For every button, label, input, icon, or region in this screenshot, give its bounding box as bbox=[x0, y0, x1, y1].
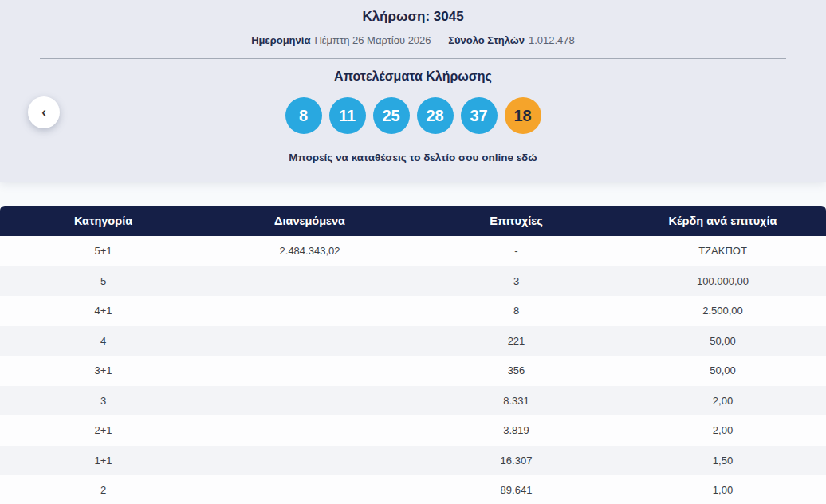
winning-number-ball: 25 bbox=[373, 97, 410, 134]
table-cell-winners: 221 bbox=[413, 335, 620, 347]
total-columns: Σύνολο Στηλών1.012.478 bbox=[448, 34, 575, 46]
prize-table-header: ΚατηγορίαΔιανεμόμεναΕπιτυχίεςΚέρδη ανά ε… bbox=[0, 206, 826, 236]
prize-table-column-header: Διανεμόμενα bbox=[206, 215, 413, 227]
table-cell-winners: 16.307 bbox=[413, 455, 620, 467]
table-cell-prize: 100.000,00 bbox=[620, 275, 826, 287]
table-cell-winners: - bbox=[413, 245, 620, 257]
draw-date-value: Πέμπτη 26 Μαρτίου 2026 bbox=[314, 34, 431, 46]
table-cell-prize: 50,00 bbox=[620, 364, 826, 376]
table-cell-category: 3 bbox=[0, 395, 206, 407]
divider bbox=[40, 58, 786, 59]
table-cell-category: 2 bbox=[0, 484, 206, 496]
prize-table-column-header: Επιτυχίες bbox=[413, 215, 620, 227]
submit-online-link[interactable]: Μπορείς να καταθέσεις το δελτίο σου onli… bbox=[289, 152, 537, 163]
table-cell-prize: 2,00 bbox=[620, 424, 826, 436]
results-heading: Αποτελέσματα Κλήρωσης bbox=[0, 69, 826, 84]
winning-number-ball: 11 bbox=[329, 97, 366, 134]
draw-meta: ΗμερομηνίαΠέμπτη 26 Μαρτίου 2026 Σύνολο … bbox=[0, 34, 826, 46]
draw-date: ΗμερομηνίαΠέμπτη 26 Μαρτίου 2026 bbox=[251, 34, 431, 46]
prize-table-column-header: Κατηγορία bbox=[0, 215, 206, 227]
table-cell-winners: 89.641 bbox=[413, 484, 620, 496]
total-columns-label: Σύνολο Στηλών bbox=[448, 34, 525, 46]
table-cell-prize: 1,50 bbox=[620, 455, 826, 467]
draw-title: Κλήρωση: 3045 bbox=[0, 0, 826, 25]
table-cell-category: 2+1 bbox=[0, 424, 206, 436]
chevron-left-icon: ‹ bbox=[41, 105, 46, 119]
table-cell-category: 5+1 bbox=[0, 245, 206, 257]
table-row: 2+13.8192,00 bbox=[0, 415, 826, 446]
draw-results-page: Κλήρωση: 3045 ΗμερομηνίαΠέμπτη 26 Μαρτίο… bbox=[0, 0, 826, 504]
table-cell-prize: ΤΖΑΚΠΟΤ bbox=[620, 245, 826, 257]
table-row: 4+182.500,00 bbox=[0, 296, 826, 326]
table-cell-winners: 3 bbox=[413, 275, 620, 287]
table-cell-prize: 1,00 bbox=[620, 484, 826, 496]
table-cell-distributed: 2.484.343,02 bbox=[206, 245, 413, 257]
table-cell-prize: 2,00 bbox=[620, 395, 826, 407]
previous-draw-button[interactable]: ‹ bbox=[28, 96, 60, 128]
prize-table-column-header: Κέρδη ανά επιτυχία bbox=[620, 215, 826, 227]
table-row: 38.3312,00 bbox=[0, 386, 826, 416]
table-row: 422150,00 bbox=[0, 326, 826, 356]
table-cell-category: 4+1 bbox=[0, 305, 206, 317]
draw-date-label: Ημερομηνία bbox=[251, 34, 310, 46]
prize-table-body: 5+12.484.343,02-ΤΖΑΚΠΟΤ53100.000,004+182… bbox=[0, 236, 826, 504]
table-row: 53100.000,00 bbox=[0, 266, 826, 297]
table-cell-prize: 50,00 bbox=[620, 335, 826, 347]
table-row: 5+12.484.343,02-ΤΖΑΚΠΟΤ bbox=[0, 236, 826, 266]
table-cell-category: 4 bbox=[0, 335, 206, 347]
table-cell-winners: 8 bbox=[413, 305, 620, 317]
table-cell-category: 5 bbox=[0, 275, 206, 287]
prize-table: ΚατηγορίαΔιανεμόμεναΕπιτυχίεςΚέρδη ανά ε… bbox=[0, 206, 826, 504]
winning-number-ball: 28 bbox=[417, 97, 454, 134]
winning-numbers: 81125283718 bbox=[0, 97, 826, 134]
winning-number-ball: 8 bbox=[285, 97, 322, 134]
draw-summary-panel: Κλήρωση: 3045 ΗμερομηνίαΠέμπτη 26 Μαρτίο… bbox=[0, 0, 826, 182]
table-row: 3+135650,00 bbox=[0, 356, 826, 386]
table-row: 289.6411,00 bbox=[0, 475, 826, 504]
winning-number-ball: 37 bbox=[461, 97, 498, 134]
table-cell-winners: 8.331 bbox=[413, 395, 620, 407]
total-columns-value: 1.012.478 bbox=[529, 34, 575, 46]
bonus-number-ball: 18 bbox=[505, 97, 541, 134]
table-cell-category: 3+1 bbox=[0, 364, 206, 376]
table-cell-winners: 3.819 bbox=[413, 424, 620, 436]
table-row: 1+116.3071,50 bbox=[0, 446, 826, 476]
table-cell-prize: 2.500,00 bbox=[620, 305, 826, 317]
table-cell-category: 1+1 bbox=[0, 455, 206, 467]
table-cell-winners: 356 bbox=[413, 364, 620, 376]
